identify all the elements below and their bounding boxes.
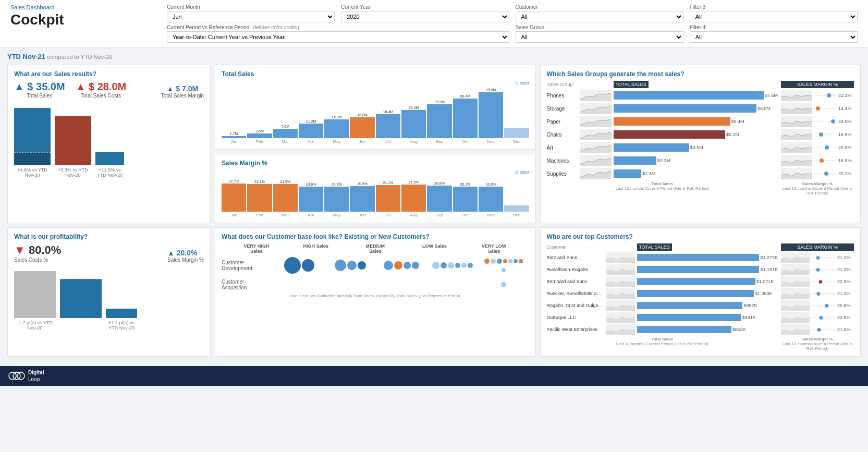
- sales-groups-panel: Sales Group TOTAL SALES Phones$7.6MStora…: [547, 81, 854, 196]
- filter-period-select[interactable]: Year-to-Date: Current Year vs Previous Y…: [167, 31, 509, 43]
- sales-results-card: What are our Sales results? ▲ $ 35.0M To…: [7, 65, 211, 223]
- total-sales-bar: [14, 108, 51, 165]
- bubble: [412, 262, 419, 269]
- tc-row: Ruecker, Runolfsdottir and ..$1,054K: [547, 288, 778, 299]
- profit-vs-costs: -1.2 pt(s) vs YTD Nov-20: [14, 320, 56, 331]
- svg-marker-26: [781, 316, 810, 323]
- metric-total-margin: ▲ $ 7.0M Total Sales Margin: [161, 84, 204, 99]
- vs-total-sales: +4.8% vs YTD Nov-20: [14, 167, 51, 178]
- dev-very-low: [483, 257, 524, 274]
- bar-total-sales: [14, 108, 51, 165]
- svg-marker-17: [606, 292, 635, 299]
- svg-point-30: [17, 372, 25, 380]
- sg-total-sales-header: TOTAL SALES: [614, 81, 649, 88]
- tc-margin-row: 21.4%: [781, 288, 854, 299]
- bubble-row-acq-groups: [274, 282, 529, 287]
- filter-year-select[interactable]: 2020: [341, 11, 509, 22]
- header: Sales Dashboard Cockpit Current Month Ju…: [0, 0, 868, 47]
- vs-labels: +4.8% vs YTD Nov-20 +3.3% vs YTD Nov-20 …: [14, 167, 204, 178]
- sg-margin-row-chairs: 16.8%: [781, 129, 854, 140]
- total-sales-chart-card: Total Sales D 2020 1.7M3.6M7.0M11.2M14.2…: [215, 65, 536, 150]
- svg-marker-24: [781, 292, 810, 299]
- ytd-banner: YTD Nov-21 compared to YTD Nov-20: [7, 53, 861, 60]
- ts-bars: 1.7M3.6M7.0M11.2M14.2M16.0M18.4M21.4M25.…: [222, 81, 529, 138]
- acq-low: [432, 282, 473, 287]
- total-margin-label: Total Sales Margin: [161, 93, 204, 99]
- profit-margin-metric: ▲ 20.0% Sales Margin %: [167, 249, 204, 263]
- bubble-row-dev: CustomerDevelopment: [222, 257, 529, 274]
- dev-low: [432, 257, 473, 274]
- bubble: [484, 259, 490, 264]
- filter-current-month: Current Month Jun: [167, 4, 335, 22]
- filter-month-select[interactable]: Jun: [167, 11, 335, 22]
- filter-customer-select[interactable]: All: [516, 11, 683, 22]
- sg-margin-panel: SALES MARGIN % 22.1%14.4%24.9%16.8%20.5%…: [781, 81, 854, 196]
- filter4-select[interactable]: All: [690, 31, 858, 43]
- sales-margin-chart: D 2020 22.7%22.1%21.9%19.9%20.1%20.6%21.…: [222, 170, 529, 217]
- profitability-card: What is our profitability? ▼ 80.0% Sales…: [7, 227, 211, 357]
- bubble-cat-headers: VERY HIGHSales HIGH Sales MEDIUMSales LO…: [222, 243, 529, 254]
- sg-margin-header-row: SALES MARGIN %: [781, 81, 854, 88]
- tc-margin-rows: 21.1%21.3%22.5%21.4%25.8%22.8%21.6%: [781, 252, 854, 335]
- bubble: [491, 259, 496, 264]
- svg-marker-22: [781, 268, 810, 275]
- sg-row-paper: Paper$5.4M: [547, 116, 778, 127]
- bubble-row-dev-label: CustomerDevelopment: [222, 260, 274, 271]
- sg-total-sales-panel: Sales Group TOTAL SALES Phones$7.6MStora…: [547, 81, 778, 196]
- filter-current-year: Current Year 2020: [341, 4, 509, 22]
- cat-high: HIGH Sales: [295, 243, 337, 254]
- tc-header-row: Customer TOTAL SALES: [547, 243, 778, 251]
- bubble: [441, 262, 447, 268]
- bubble: [502, 268, 506, 272]
- total-costs-bar: [55, 116, 91, 165]
- top-customers-panel: Customer TOTAL SALES Batz and Sons$1,272…: [547, 243, 854, 351]
- metric-total-sales: ▲ $ 35.0M Total Sales: [14, 81, 65, 99]
- filter-salesgroup-select[interactable]: All: [516, 31, 683, 43]
- filter3-select[interactable]: All: [690, 11, 858, 22]
- bubble: [455, 263, 460, 268]
- sales-groups-card: Which Sales Groups generate the most sal…: [540, 65, 861, 223]
- middle-col: Total Sales D 2020 1.7M3.6M7.0M11.2M14.2…: [215, 65, 536, 223]
- svg-point-29: [13, 372, 20, 380]
- sg-col-total-header: TOTAL SALES: [614, 81, 649, 88]
- bubble: [501, 282, 506, 287]
- bubble-row-acq: CustomerAcquisition: [222, 279, 529, 290]
- customer-base-title: What does our Customer base look like? E…: [222, 233, 529, 240]
- tc-margin-header: SALES MARGIN %: [781, 243, 854, 251]
- acq-very-high: [278, 282, 320, 287]
- sg-margin-header: SALES MARGIN %: [781, 81, 854, 88]
- sg-caption-margin: Sales Margin %Last 12 months Current Per…: [781, 181, 854, 196]
- footer: Digital Loop: [0, 366, 868, 386]
- profit-vs-margin-extra: [60, 320, 102, 331]
- bubble: [335, 260, 346, 271]
- bar-total-margin: [95, 152, 124, 165]
- svg-marker-0: [580, 93, 612, 101]
- tc-col-spark-header: [606, 243, 635, 251]
- tc-margin-header-row: SALES MARGIN %: [781, 243, 854, 251]
- sales-margin-card: Sales Margin % D 2020 22.7%22.1%21.9%19.…: [215, 154, 536, 223]
- sg-caption-total: Total SalesLast 12 months Current Period…: [547, 181, 778, 191]
- svg-marker-18: [606, 304, 635, 311]
- total-costs-value: ▲ $ 28.0M: [76, 81, 127, 93]
- bubble: [497, 259, 502, 264]
- sg-row-supplies: Supplies$1.3M: [547, 168, 778, 179]
- sales-groups-title: Which Sales Groups generate the most sal…: [547, 70, 854, 78]
- ytd-title: YTD Nov-21 compared to YTD Nov-20: [7, 53, 112, 60]
- customer-base-card: What does our Customer base look like? E…: [215, 227, 536, 357]
- svg-point-28: [9, 372, 16, 380]
- profit-small-bar: [106, 309, 137, 318]
- bubble: [284, 257, 301, 274]
- sg-margin-row-machines: 16.9%: [781, 155, 854, 166]
- bubble: [503, 259, 507, 263]
- cat-very-low: VERY LOWSales: [473, 243, 515, 254]
- tc-row: Runolfsson-Rogahn$1,197K: [547, 264, 778, 275]
- filter-salesgroup-label: Sales Group: [516, 25, 683, 30]
- tc-caption-margin: Sales Margin %Last 12 months Current Per…: [781, 337, 854, 351]
- bubble: [347, 261, 357, 270]
- total-sales-value: ▲ $ 35.0M: [14, 81, 65, 93]
- filter-sales-group: Sales Group All: [516, 25, 683, 43]
- bar-total-costs: [55, 116, 91, 165]
- sg-margin-row-art: 20.5%: [781, 142, 854, 153]
- profit-bar-small: [106, 309, 137, 318]
- tc-row: Bernhard and Sons$1,071K: [547, 276, 778, 287]
